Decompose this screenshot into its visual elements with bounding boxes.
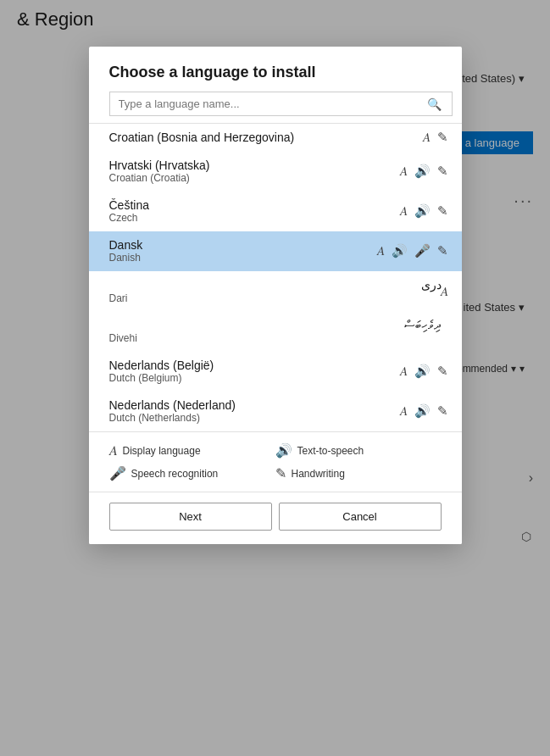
handwriting-icon: ✎ <box>437 364 448 379</box>
speech-icon: 𝐴 <box>423 130 431 145</box>
language-name: Čeština <box>109 198 442 212</box>
list-item-danish[interactable]: Dansk Danish 𝐴 🔊 🎤 ✎ <box>89 231 462 271</box>
dialog-header: Choose a language to install <box>89 47 462 92</box>
display-lang-icon: 𝐴 <box>400 403 408 419</box>
legend-row: 𝐴 Display language 🔊 Text-to-speech 🎤 Sp… <box>89 431 462 492</box>
language-icons: 𝐴 🔊 ✎ <box>400 364 448 379</box>
language-name: دری <box>109 278 442 292</box>
search-row: 🔍 <box>89 92 462 124</box>
list-item[interactable]: ދިވެހިބަސް Divehi <box>89 312 462 352</box>
tts-icon: 🔊 <box>414 403 431 419</box>
list-item[interactable]: Nederlands (België) Dutch (Belgium) 𝐴 🔊 … <box>89 352 462 392</box>
language-name: Croatian (Bosnia and Herzegovina) <box>109 131 442 144</box>
legend-display-language: 𝐴 Display language <box>109 442 275 459</box>
legend-speech-recognition: 🎤 Speech recognition <box>109 465 275 481</box>
language-subname: Dutch (Belgium) <box>109 372 442 384</box>
legend-handwriting: ✎ Handwriting <box>275 465 442 481</box>
list-item[interactable]: Nederlands (Nederland) Dutch (Netherland… <box>89 392 462 431</box>
language-icons: 𝐴 🔊 🎤 ✎ <box>377 243 448 258</box>
language-list[interactable]: Croatian (Bosnia and Herzegovina) 𝐴 ✎ Hr… <box>89 124 462 431</box>
language-name: ދިވެހިބަސް <box>109 319 442 332</box>
language-search-input[interactable] <box>109 92 453 116</box>
mic-icon: 🎤 <box>414 243 431 258</box>
list-item[interactable]: Čeština Czech 𝐴 🔊 ✎ <box>89 192 462 231</box>
list-item[interactable]: Croatian (Bosnia and Herzegovina) 𝐴 ✎ <box>89 124 462 152</box>
speech-rec-legend-label: Speech recognition <box>131 468 219 480</box>
display-lang-icon: 𝐴 <box>400 364 408 379</box>
language-subname: Croatian (Croatia) <box>109 172 442 184</box>
language-install-dialog: Choose a language to install 🔍 Croatian … <box>89 47 462 544</box>
language-subname: Dari <box>109 292 442 304</box>
tts-icon: 🔊 <box>414 364 431 379</box>
dialog-title: Choose a language to install <box>109 64 442 81</box>
language-subname: Czech <box>109 212 442 224</box>
language-subname: Divehi <box>109 332 442 344</box>
language-name: Hrvatski (Hrvatska) <box>109 158 442 172</box>
handwriting-icon: ✎ <box>437 403 448 419</box>
language-subname: Dutch (Netherlands) <box>109 412 442 424</box>
display-lang-icon: 𝐴 <box>400 203 408 219</box>
handwriting-icon: ✎ <box>437 203 448 219</box>
language-icons: 𝐴 🔊 ✎ <box>400 403 448 419</box>
language-name: Nederlands (België) <box>109 359 442 372</box>
mic-legend-icon: 🎤 <box>109 465 126 481</box>
tts-legend-icon: 🔊 <box>275 442 292 459</box>
legend-tts: 🔊 Text-to-speech <box>275 442 442 459</box>
handwriting-legend-label: Handwriting <box>292 468 345 480</box>
language-icons: 𝐴 🔊 ✎ <box>400 203 448 219</box>
display-lang-icon: 𝐴 <box>441 284 448 299</box>
display-lang-legend-icon: 𝐴 <box>109 443 118 459</box>
display-lang-icon: 𝐴 <box>377 243 385 258</box>
cancel-button[interactable]: Cancel <box>279 503 442 531</box>
handwriting-legend-icon: ✎ <box>275 465 286 481</box>
tts-legend-label: Text-to-speech <box>297 445 364 457</box>
language-icons: 𝐴 <box>441 284 448 299</box>
tts-icon: 🔊 <box>414 164 431 179</box>
list-item[interactable]: Hrvatski (Hrvatska) Croatian (Croatia) 𝐴… <box>89 152 462 192</box>
handwriting-icon: ✎ <box>437 243 448 258</box>
language-name: Nederlands (Nederland) <box>109 398 442 412</box>
display-lang-icon: 𝐴 <box>400 164 408 179</box>
language-icons: 𝐴 🔊 ✎ <box>400 164 448 179</box>
next-button[interactable]: Next <box>109 503 272 531</box>
tts-icon: 🔊 <box>392 243 408 258</box>
list-item[interactable]: دری Dari 𝐴 <box>89 271 462 312</box>
tts-icon: 🔊 <box>414 203 431 219</box>
modal-overlay: Choose a language to install 🔍 Croatian … <box>0 0 550 756</box>
display-lang-legend-label: Display language <box>123 445 201 457</box>
language-icons: 𝐴 ✎ <box>423 130 448 145</box>
handwriting-icon: ✎ <box>437 130 448 145</box>
handwriting-icon: ✎ <box>437 164 448 179</box>
dialog-buttons: Next Cancel <box>89 492 462 544</box>
